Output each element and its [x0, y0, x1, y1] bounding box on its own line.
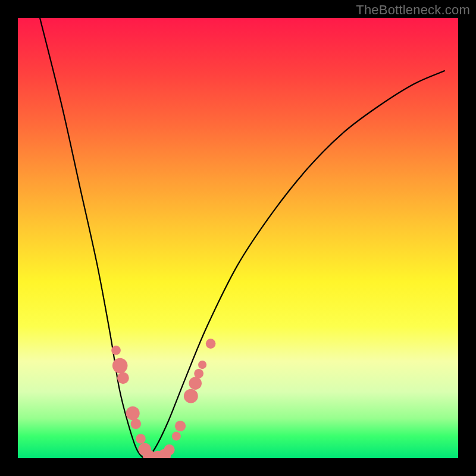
data-markers: [111, 339, 215, 458]
data-marker: [175, 421, 186, 431]
data-marker: [172, 432, 181, 441]
chart-frame: TheBottleneck.com: [0, 0, 476, 476]
data-marker: [117, 372, 129, 384]
data-marker: [198, 361, 206, 369]
data-marker: [184, 389, 198, 403]
data-marker: [206, 339, 216, 349]
data-marker: [138, 443, 151, 455]
data-marker: [189, 377, 201, 389]
data-marker: [164, 444, 174, 455]
data-marker: [147, 452, 159, 458]
watermark-text: TheBottleneck.com: [356, 2, 470, 18]
data-marker: [158, 449, 171, 458]
plot-area: [18, 18, 458, 458]
data-marker: [131, 419, 141, 429]
data-marker: [151, 451, 165, 458]
data-marker: [111, 346, 121, 355]
data-marker: [112, 358, 128, 374]
data-marker: [126, 406, 140, 420]
bottleneck-curve: [40, 18, 445, 458]
data-marker: [143, 450, 155, 458]
data-marker: [136, 434, 146, 444]
data-marker: [194, 369, 203, 378]
curve-layer: [18, 18, 458, 458]
